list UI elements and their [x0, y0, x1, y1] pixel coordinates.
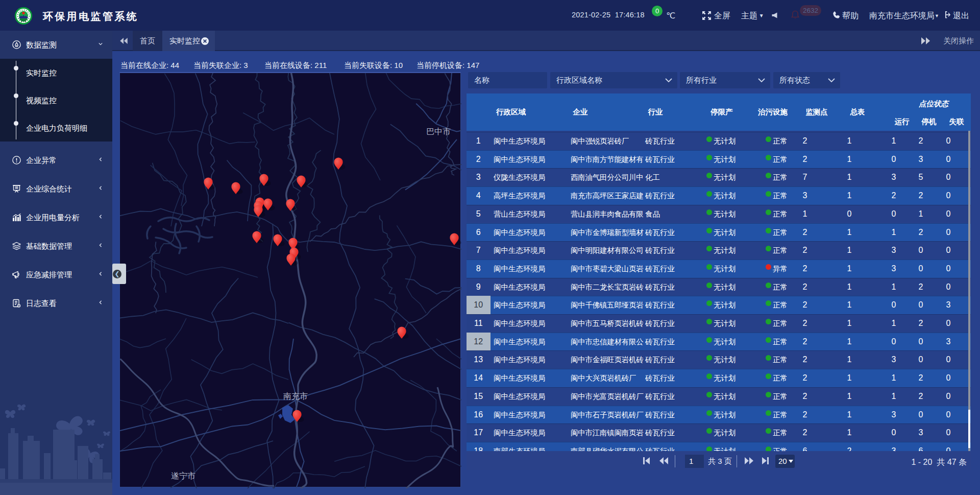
- svg-text:南充市: 南充市: [283, 392, 308, 400]
- svg-text:遂宁市: 遂宁市: [171, 472, 195, 480]
- svg-text:巴中市: 巴中市: [426, 127, 451, 136]
